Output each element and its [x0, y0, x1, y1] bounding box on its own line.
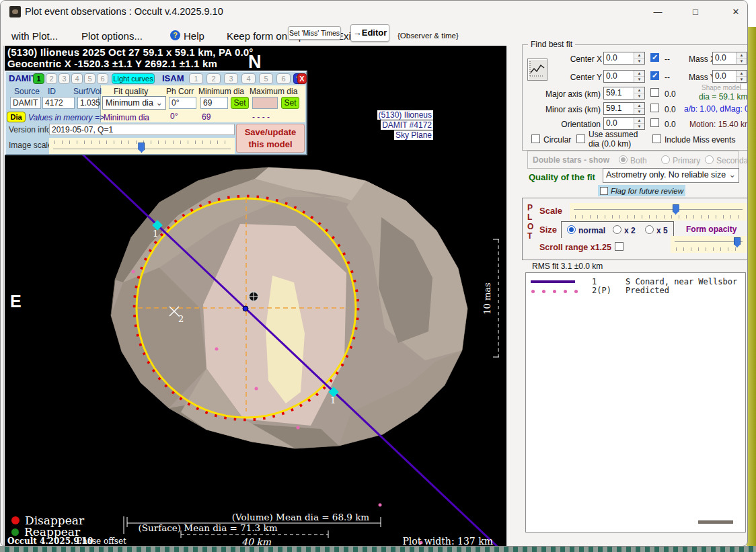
phase-offset-label[interactable]: Phase offset	[77, 537, 126, 546]
sky-plane-label: (5130) Ilioneus DAMIT #4172 Sky Plane	[377, 110, 433, 140]
damit-model-1-button[interactable]: 1	[33, 73, 44, 84]
minor-axis-value[interactable]: 59.1	[604, 103, 634, 114]
damit-model-2-button[interactable]: 2	[46, 73, 57, 84]
dia-readout: dia = 59.1 km	[699, 92, 747, 102]
image-scale-slider[interactable]	[49, 138, 235, 154]
flag-review-row: Flag for future review	[598, 185, 685, 196]
close-button[interactable]: ✕	[726, 5, 746, 19]
dia-button[interactable]: Dia	[7, 112, 26, 122]
observation-row-2[interactable]: 2(P) Predicted	[526, 286, 745, 295]
sky-plane-plot[interactable]: 1 1 2	[5, 46, 506, 547]
center-y-spinner[interactable]: 0.0▲▼	[603, 70, 645, 83]
major-axis-spinner[interactable]: 59.1▲▼	[603, 87, 645, 100]
damit-model-4-button[interactable]: 4	[71, 73, 83, 84]
both-radio[interactable]	[619, 155, 628, 164]
minor-axis-spinner[interactable]: 59.1▲▼	[603, 102, 645, 115]
chord-2-label: 2	[178, 314, 184, 324]
orientation-checkbox[interactable]	[650, 118, 659, 127]
maximize-button[interactable]: □	[685, 5, 706, 19]
chevron-down-icon: ⌄	[156, 97, 163, 108]
form-opacity-slider[interactable]	[671, 236, 747, 253]
mass-x-value[interactable]: 0.0	[713, 52, 736, 64]
size-x5-radio[interactable]	[645, 225, 654, 234]
control-panel: Find best fit Center X 0.0▲▼ -- Mass X 0…	[512, 23, 748, 547]
set-miss-times-button[interactable]: Set 'Miss' Times	[288, 26, 341, 40]
memory-min-dia: 69	[202, 112, 211, 122]
observation-1-name: S Conard, near Wellsbor	[626, 277, 737, 286]
mass-x-spinner[interactable]: 0.0▲▼	[712, 52, 747, 65]
quality-of-fit-value: Astrometry only. No reliable size	[606, 170, 726, 180]
major-axis-checkbox[interactable]	[650, 88, 659, 97]
scroll-range-checkbox[interactable]	[615, 242, 623, 251]
image-scale-slider-thumb[interactable]	[138, 143, 145, 153]
secondary-radio[interactable]	[705, 155, 714, 164]
max-dia-value[interactable]	[252, 97, 278, 109]
menu-plot-options[interactable]: Plot options...	[81, 30, 143, 42]
minor-axis-checkbox[interactable]	[650, 104, 659, 112]
include-miss-checkbox[interactable]	[652, 134, 661, 143]
image-scale-label: Image scale	[9, 141, 52, 150]
fit-quality-dropdown[interactable]: Minimum dia⌄	[102, 96, 166, 110]
isam-6-button[interactable]: 6	[276, 73, 291, 84]
save-update-model-button[interactable]: Save/update this model	[236, 124, 305, 153]
menu-with-plot[interactable]: with Plot...	[11, 30, 58, 42]
shape-model-checkbox[interactable]	[741, 83, 748, 90]
isam-1-button[interactable]: 1	[189, 73, 203, 84]
center-y-value[interactable]: 0.0	[604, 71, 634, 82]
sky-label-model: DAMIT #4172	[381, 120, 433, 130]
primary-label: Primary	[673, 156, 700, 165]
minimize-button[interactable]: —	[648, 5, 668, 19]
set-min-dia-button[interactable]: Set	[231, 97, 249, 109]
scale-label: Scale	[539, 206, 562, 216]
damit-model-5-button[interactable]: 5	[84, 73, 96, 84]
use-assumed-label: Use assumed dia (0.0 km)	[589, 130, 650, 149]
flag-review-checkbox[interactable]	[600, 187, 608, 195]
orientation-value[interactable]: 0.0	[604, 118, 634, 129]
major-axis-label: Major axis (km)	[541, 89, 601, 99]
center-x-spinner[interactable]: 0.0▲▼	[603, 52, 645, 65]
center-y-checkbox[interactable]	[650, 71, 659, 80]
circular-checkbox[interactable]	[531, 134, 540, 143]
observation-row-1[interactable]: 1 S Conard, near Wellsbor	[526, 277, 745, 286]
observer-time-label: {Observer & time}	[398, 32, 459, 40]
isam-3-button[interactable]: 3	[224, 73, 238, 84]
scale-slider-thumb[interactable]	[673, 204, 679, 214]
surfvol-value: 1.035	[77, 97, 99, 109]
center-x-checkbox[interactable]	[650, 53, 659, 62]
mass-y-spinner[interactable]: 0.0▲▼	[712, 70, 747, 83]
major-axis-value[interactable]: 59.1	[604, 87, 634, 99]
observations-list[interactable]: 1 S Conard, near Wellsbor 2(P) Predicted	[525, 272, 746, 533]
primary-radio[interactable]	[661, 155, 670, 164]
editor-button[interactable]: →Editor	[350, 24, 389, 42]
mass-y-value[interactable]: 0.0	[713, 71, 736, 82]
version-info-field[interactable]: 2019-05-07, Q=1	[49, 124, 235, 135]
isam-2-button[interactable]: 2	[206, 73, 221, 84]
use-assumed-checkbox[interactable]	[576, 134, 585, 143]
include-miss-label: Include Miss events	[665, 135, 735, 145]
scale-slider[interactable]	[570, 203, 747, 221]
panel-close-button[interactable]: X	[297, 73, 307, 84]
id-value[interactable]: 4172	[42, 97, 75, 109]
size-x2-radio[interactable]	[613, 225, 621, 234]
size-normal-radio[interactable]	[567, 225, 576, 234]
light-curves-button[interactable]: Light curves	[112, 73, 155, 84]
menu-help[interactable]: Help	[184, 30, 204, 42]
title-bar[interactable]: Plot event observations : Occult v.4.202…	[1, 1, 747, 23]
secondary-label: Secondary	[716, 156, 748, 165]
isam-4-button[interactable]: 4	[241, 73, 256, 84]
set-max-dia-button[interactable]: Set	[281, 97, 299, 109]
min-dia-value[interactable]: 69	[200, 97, 228, 109]
ph-corr-value[interactable]: 0°	[169, 97, 196, 109]
version-info-label: Version info	[9, 125, 51, 134]
form-opacity-slider-thumb[interactable]	[734, 237, 741, 247]
best-fit-chart-button[interactable]	[527, 58, 547, 81]
quality-of-fit-dropdown[interactable]: Astrometry only. No reliable size⌄	[603, 168, 739, 183]
app-window: Plot event observations : Occult v.4.202…	[0, 0, 748, 547]
list-scroll-hint[interactable]	[698, 520, 733, 524]
center-x-value[interactable]: 0.0	[604, 52, 634, 64]
damit-model-3-button[interactable]: 3	[59, 73, 70, 84]
damit-model-6-button[interactable]: 6	[97, 73, 108, 84]
isam-5-button[interactable]: 5	[259, 73, 273, 84]
desktop-edge-right	[747, 27, 756, 552]
orientation-spinner[interactable]: 0.0▲▼	[603, 117, 645, 130]
